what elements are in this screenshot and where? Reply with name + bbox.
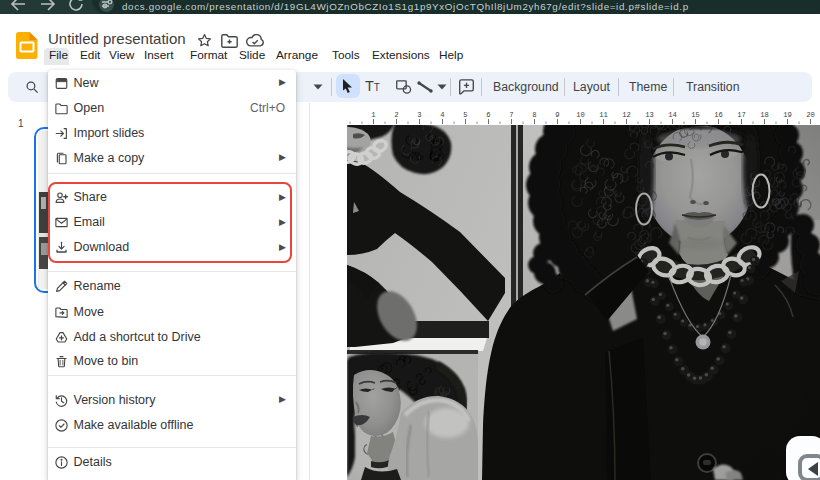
svg-text:14: 14 <box>668 111 677 119</box>
svg-text:12: 12 <box>622 111 631 119</box>
svg-text:16: 16 <box>714 111 723 119</box>
svg-text:8: 8 <box>532 111 536 119</box>
svg-text:2: 2 <box>394 111 398 119</box>
svg-text:4: 4 <box>440 111 444 119</box>
svg-text:17: 17 <box>737 111 746 119</box>
svg-text:6: 6 <box>486 111 490 119</box>
svg-text:5: 5 <box>463 111 467 119</box>
svg-text:18: 18 <box>760 111 769 119</box>
svg-text:19: 19 <box>783 111 792 119</box>
svg-text:10: 10 <box>576 111 585 119</box>
svg-text:20: 20 <box>806 111 815 119</box>
svg-text:11: 11 <box>599 111 608 119</box>
svg-text:1: 1 <box>371 111 375 119</box>
svg-text:13: 13 <box>645 111 654 119</box>
svg-text:15: 15 <box>691 111 700 119</box>
svg-text:7: 7 <box>509 111 513 119</box>
svg-text:9: 9 <box>555 111 559 119</box>
svg-text:3: 3 <box>417 111 421 119</box>
